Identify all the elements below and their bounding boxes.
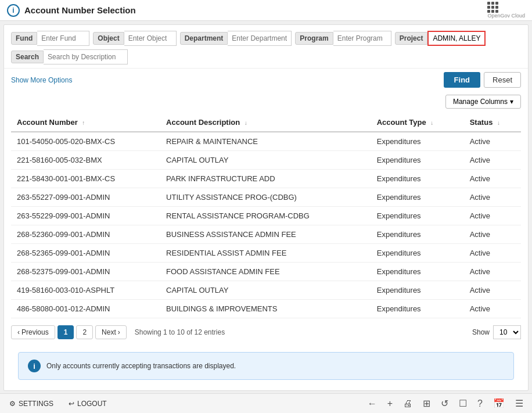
cell-description: UTILITY ASSISTANCE PROG-(CDBG) — [160, 188, 371, 207]
opengo-cloud-label: OpenGov Cloud — [487, 13, 525, 19]
grid-view-button[interactable]: ⊞ — [420, 397, 433, 410]
cell-type: Expenditures — [371, 300, 464, 318]
settings-label: SETTINGS — [19, 400, 53, 408]
cell-type: Expenditures — [371, 263, 464, 281]
back-icon-button[interactable]: ← — [365, 397, 380, 410]
sort-icon-status: ↓ — [497, 120, 500, 126]
department-input[interactable] — [228, 31, 292, 46]
logout-label: LOGOUT — [77, 400, 107, 408]
table-wrap: Account Number ↑ Account Description ↓ A… — [4, 113, 528, 318]
cell-status: Active — [464, 207, 521, 225]
cell-account-number: 486-58080-001-012-ADMIN — [11, 300, 160, 318]
add-icon-button[interactable]: + — [384, 397, 396, 410]
logout-button[interactable]: ↩ LOGOUT — [65, 397, 110, 410]
col-type[interactable]: Account Type ↓ — [371, 113, 464, 132]
table-row[interactable]: 263-55229-099-001-ADMIN RENTAL ASSISTANC… — [11, 207, 521, 225]
object-input[interactable] — [124, 31, 177, 46]
cell-status: Active — [464, 225, 521, 244]
settings-icon: ⚙ — [9, 400, 16, 408]
table-row[interactable]: 221-58160-005-032-BMX CAPITAL OUTLAY Exp… — [11, 151, 521, 170]
next-page-button[interactable]: Next › — [95, 325, 127, 339]
table-row[interactable]: 419-58160-003-010-ASPHLT CAPITAL OUTLAY … — [11, 281, 521, 300]
page-1-button[interactable]: 1 — [57, 325, 74, 339]
cell-account-number: 268-52360-099-001-ADMIN — [11, 225, 160, 244]
program-filter-group: Program — [295, 31, 391, 46]
show-more-options-link[interactable]: Show More Options — [11, 76, 72, 84]
menu-icon-button[interactable]: ☰ — [512, 397, 526, 410]
table-row[interactable]: 263-55227-099-001-ADMIN UTILITY ASSISTAN… — [11, 188, 521, 207]
header: i Account Number Selection OpenGov Cloud — [0, 0, 532, 21]
cell-account-number: 263-55227-099-001-ADMIN — [11, 188, 160, 207]
show-label: Show — [472, 328, 490, 336]
cell-account-number: 419-58160-003-010-ASPHLT — [11, 281, 160, 300]
prev-page-button[interactable]: ‹ Previous — [11, 325, 55, 339]
refresh-icon-button[interactable]: ↺ — [438, 397, 451, 410]
filter-actions-bar: Show More Options Find Reset — [4, 69, 528, 92]
cell-type: Expenditures — [371, 207, 464, 225]
print-icon-button[interactable]: 🖨 — [400, 397, 415, 410]
help-icon-button[interactable]: ? — [475, 397, 486, 410]
cell-status: Active — [464, 281, 521, 300]
page-2-button[interactable]: 2 — [76, 325, 93, 339]
bookmark-icon-button[interactable]: ☐ — [456, 397, 470, 410]
search-input[interactable] — [44, 49, 128, 64]
table-row[interactable]: 268-52365-099-001-ADMIN RESIDENTIAL ASSI… — [11, 244, 521, 263]
show-right: Show 10 25 50 — [472, 325, 521, 339]
grid-icon[interactable] — [487, 2, 525, 13]
cell-account-number: 263-55229-099-001-ADMIN — [11, 207, 160, 225]
cell-description: CAPITAL OUTLAY — [160, 281, 371, 300]
page-title: Account Number Selection — [24, 5, 136, 15]
cell-account-number: 221-58160-005-032-BMX — [11, 151, 160, 170]
cell-status: Active — [464, 300, 521, 318]
sort-icon-type: ↓ — [430, 120, 433, 126]
manage-columns-button[interactable]: Manage Columns ▾ — [445, 95, 521, 109]
col-type-label: Account Type — [377, 118, 426, 127]
cell-description: FOOD ASSISTANCE ADMIN FEE — [160, 263, 371, 281]
cell-status: Active — [464, 132, 521, 151]
object-filter-group: Object — [93, 31, 176, 46]
department-filter-group: Department — [180, 31, 292, 46]
col-status[interactable]: Status ↓ — [464, 113, 521, 132]
logout-icon: ↩ — [69, 400, 74, 408]
search-filter-group: Search — [11, 49, 128, 64]
header-left: i Account Number Selection — [7, 4, 136, 17]
cell-description: RENTAL ASSISTANCE PROGRAM-CDBG — [160, 207, 371, 225]
col-description[interactable]: Account Description ↓ — [160, 113, 371, 132]
fund-filter-group: Fund — [11, 31, 89, 46]
find-button[interactable]: Find — [444, 72, 480, 88]
table-row[interactable]: 101-54050-005-020-BMX-CS REPAIR & MAINTE… — [11, 132, 521, 151]
footer: ⚙ SETTINGS ↩ LOGOUT ← + 🖨 ⊞ ↺ ☐ ? 📅 ☰ — [0, 393, 532, 413]
cell-type: Expenditures — [371, 132, 464, 151]
reset-button[interactable]: Reset — [484, 72, 521, 88]
filter-bar: Fund Object Department Program Project S — [4, 25, 528, 69]
table-row[interactable]: 268-52360-099-001-ADMIN BUSINESS ASSISTA… — [11, 225, 521, 244]
cell-type: Expenditures — [371, 244, 464, 263]
prev-label: Previous — [21, 328, 49, 336]
footer-right: ← + 🖨 ⊞ ↺ ☐ ? 📅 ☰ — [365, 397, 526, 410]
fund-input[interactable] — [37, 31, 89, 46]
cell-type: Expenditures — [371, 281, 464, 300]
show-select[interactable]: 10 25 50 — [493, 325, 521, 339]
cell-status: Active — [464, 188, 521, 207]
col-account-number-label: Account Number — [17, 118, 78, 127]
cell-description: BUSINESS ASSISTANCE ADMIN FEE — [160, 225, 371, 244]
table-row[interactable]: 268-52375-099-001-ADMIN FOOD ASSISTANCE … — [11, 263, 521, 281]
info-banner: i Only accounts currently accepting tran… — [18, 352, 514, 380]
table-row[interactable]: 486-58080-001-012-ADMIN BUILDINGS & IMPR… — [11, 300, 521, 318]
next-label: Next — [102, 328, 116, 336]
sort-icon-description: ↓ — [245, 120, 247, 126]
calendar-icon-button[interactable]: 📅 — [490, 397, 508, 410]
table-header-row: Account Number ↑ Account Description ↓ A… — [11, 113, 521, 132]
col-account-number[interactable]: Account Number ↑ — [11, 113, 160, 132]
object-label: Object — [93, 32, 124, 45]
cell-account-number: 101-54050-005-020-BMX-CS — [11, 132, 160, 151]
table-row[interactable]: 221-58430-001-001-BMX-CS PARK INFRASTRUC… — [11, 170, 521, 188]
program-input[interactable] — [333, 31, 391, 46]
project-input[interactable] — [427, 31, 486, 46]
footer-left: ⚙ SETTINGS ↩ LOGOUT — [6, 397, 110, 410]
settings-button[interactable]: ⚙ SETTINGS — [6, 397, 57, 410]
project-label: Project — [395, 32, 428, 45]
table-body: 101-54050-005-020-BMX-CS REPAIR & MAINTE… — [11, 132, 521, 318]
cell-status: Active — [464, 151, 521, 170]
chevron-right-icon: › — [118, 328, 120, 336]
